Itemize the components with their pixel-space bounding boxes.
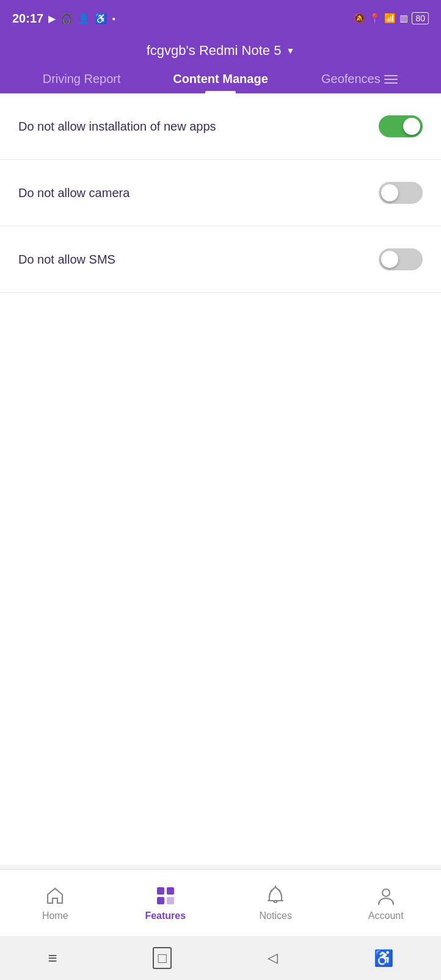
status-bar: 20:17 ▶ 🎧 👤 ♿ ● 🔕 📍 📶 ▥ 80: [0, 0, 441, 37]
status-icon-person: 👤: [78, 13, 90, 24]
nav-tabs: Driving Report Content Manage Geofences: [12, 67, 429, 93]
toggle-no-camera[interactable]: [379, 182, 423, 204]
bottom-nav-notices[interactable]: Notices: [221, 885, 331, 921]
toggle-row-no-camera: Do not allow camera: [0, 160, 441, 226]
toggle-knob-no-camera: [381, 184, 398, 201]
device-title[interactable]: fcgvgb's Redmi Note 5 ▼: [12, 43, 429, 59]
tab-driving-report[interactable]: Driving Report: [12, 67, 151, 93]
bottom-nav-features[interactable]: Features: [111, 885, 221, 921]
toggle-row-no-sms: Do not allow SMS: [0, 226, 441, 293]
status-dot: ●: [112, 15, 115, 22]
main-content: Do not allow installation of new apps Do…: [0, 93, 441, 865]
bottom-nav-notices-label: Notices: [260, 910, 292, 921]
account-icon: [375, 885, 397, 907]
svg-rect-2: [157, 897, 164, 904]
notices-icon: [264, 885, 286, 907]
sys-home-button[interactable]: □: [153, 947, 172, 969]
bottom-nav-account-label: Account: [368, 910, 404, 921]
dropdown-arrow-icon[interactable]: ▼: [286, 46, 294, 56]
svg-rect-0: [157, 887, 164, 895]
sys-accessibility-button[interactable]: ♿: [374, 949, 393, 968]
toggle-knob-no-sms: [381, 251, 398, 268]
bottom-nav-home[interactable]: Home: [0, 885, 111, 921]
hamburger-icon: [384, 75, 398, 84]
svg-rect-1: [167, 887, 174, 895]
status-battery: 80: [412, 12, 429, 24]
home-icon: [44, 885, 66, 907]
status-icon-mute: 🔕: [354, 13, 365, 24]
bottom-nav-home-label: Home: [42, 910, 68, 921]
tab-content-manage[interactable]: Content Manage: [151, 67, 290, 93]
svg-rect-3: [167, 897, 174, 904]
svg-point-5: [382, 889, 390, 896]
device-name: fcgvgb's Redmi Note 5: [147, 43, 282, 59]
sys-home-icon: □: [153, 947, 172, 969]
toggle-label-no-new-apps: Do not allow installation of new apps: [18, 120, 216, 134]
toggle-label-no-sms: Do not allow SMS: [18, 253, 115, 267]
tab-geofences[interactable]: Geofences: [290, 67, 429, 93]
bottom-nav-account[interactable]: Account: [331, 885, 442, 921]
system-nav: ≡ □ ◁ ♿: [0, 936, 441, 980]
toggle-no-sms[interactable]: [379, 248, 423, 270]
sys-menu-button[interactable]: ≡: [48, 949, 57, 968]
status-icon-accessibility: ♿: [95, 13, 107, 24]
sys-menu-icon: ≡: [48, 949, 57, 968]
sys-back-icon: ◁: [268, 950, 278, 966]
sys-accessibility-icon: ♿: [374, 949, 393, 968]
toggle-label-no-camera: Do not allow camera: [18, 186, 129, 200]
toggle-knob-no-new-apps: [403, 118, 420, 135]
status-icon-location: 📍: [369, 13, 381, 24]
bottom-nav: Home Features Notices Account: [0, 869, 441, 936]
status-left: 20:17 ▶ 🎧 👤 ♿ ●: [12, 12, 115, 26]
status-icon-youtube: ▶: [48, 13, 56, 24]
status-icon-wifi: 📶: [384, 13, 396, 24]
sys-back-button[interactable]: ◁: [268, 950, 278, 966]
toggle-row-no-new-apps: Do not allow installation of new apps: [0, 93, 441, 160]
header: fcgvgb's Redmi Note 5 ▼ Driving Report C…: [0, 37, 441, 93]
status-time: 20:17: [12, 12, 43, 26]
features-icon: [155, 885, 177, 907]
status-right: 🔕 📍 📶 ▥ 80: [354, 12, 429, 24]
bottom-nav-features-label: Features: [145, 910, 186, 921]
toggle-no-new-apps[interactable]: [379, 115, 423, 137]
status-icon-battery-indicator: ▥: [399, 13, 408, 24]
status-icon-headphone: 🎧: [60, 13, 73, 24]
